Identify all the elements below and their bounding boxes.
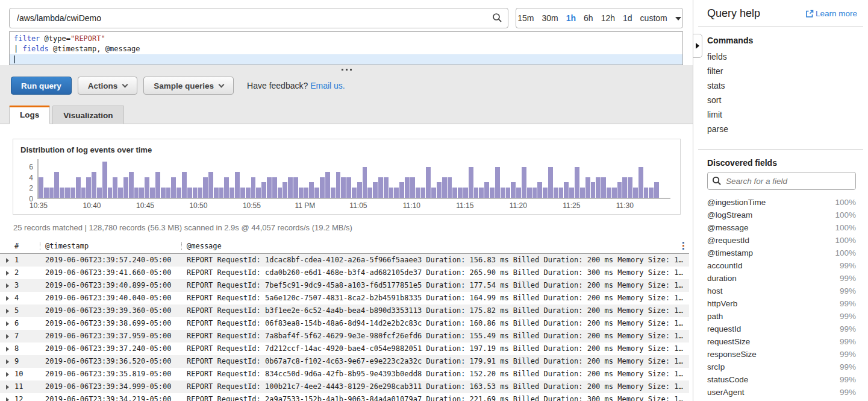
table-row[interactable]: 52019-06-06T23:39:39.360-05:00REPORT Req…: [0, 305, 689, 317]
histogram-bar[interactable]: [378, 177, 383, 198]
sample-queries-button[interactable]: Sample queries: [143, 77, 234, 95]
histogram-bar[interactable]: [431, 188, 436, 198]
histogram-bar[interactable]: [410, 177, 415, 198]
histogram-bar[interactable]: [591, 182, 596, 198]
column-grip-icon[interactable]: [40, 242, 40, 250]
histogram-bar[interactable]: [516, 188, 521, 198]
histogram-bar[interactable]: [134, 188, 139, 198]
histogram-bar[interactable]: [176, 188, 181, 198]
histogram-bar[interactable]: [86, 177, 91, 198]
histogram-bar[interactable]: [405, 177, 410, 198]
command-parse[interactable]: parse: [707, 122, 856, 136]
histogram-bar[interactable]: [65, 188, 70, 198]
histogram-bar[interactable]: [251, 177, 256, 198]
tab-logs[interactable]: Logs: [9, 106, 50, 124]
collapse-panel-button[interactable]: [693, 34, 702, 58]
histogram-bar[interactable]: [145, 177, 149, 198]
histogram-bar[interactable]: [118, 188, 123, 198]
histogram-bar[interactable]: [373, 182, 378, 198]
histogram-bar[interactable]: [272, 177, 277, 198]
time-range-custom[interactable]: custom: [640, 13, 667, 23]
histogram-bar[interactable]: [81, 188, 86, 198]
histogram-bar[interactable]: [314, 188, 319, 198]
histogram-bar[interactable]: [580, 188, 585, 198]
histogram-bar[interactable]: [394, 188, 399, 198]
time-range-1h[interactable]: 1h: [566, 13, 576, 23]
histogram-bar[interactable]: [548, 167, 553, 198]
histogram-bar[interactable]: [187, 188, 192, 198]
histogram-bar[interactable]: [161, 188, 166, 198]
histogram-bar[interactable]: [304, 188, 309, 198]
histogram-bar[interactable]: [363, 167, 367, 198]
field-row[interactable]: responseSize99%: [707, 348, 856, 361]
field-row[interactable]: accountId99%: [707, 259, 856, 272]
table-row[interactable]: 72019-06-06T23:39:37.959-05:00REPORT Req…: [0, 330, 689, 343]
expand-row-icon[interactable]: [6, 359, 9, 364]
histogram-bar[interactable]: [325, 172, 330, 198]
time-range-15m[interactable]: 15m: [517, 13, 534, 23]
command-filter[interactable]: filter: [707, 64, 856, 78]
histogram-bar[interactable]: [171, 177, 176, 198]
histogram-bar[interactable]: [352, 188, 357, 198]
field-row[interactable]: @ingestionTime100%: [707, 196, 856, 209]
histogram-bar[interactable]: [208, 172, 213, 198]
histogram-bar[interactable]: [331, 188, 336, 198]
histogram-bar[interactable]: [522, 167, 526, 198]
histogram-bar[interactable]: [437, 182, 442, 198]
command-fields[interactable]: fields: [707, 49, 856, 64]
histogram-bar[interactable]: [585, 177, 590, 198]
histogram-bar[interactable]: [639, 167, 643, 198]
query-line-1[interactable]: filter @type="REPORT": [10, 34, 682, 44]
histogram-bar[interactable]: [511, 182, 516, 198]
field-row[interactable]: statusCode99%: [707, 373, 856, 386]
table-row[interactable]: 42019-06-06T23:39:40.040-05:00REPORT Req…: [0, 292, 689, 305]
histogram-bar[interactable]: [261, 182, 266, 198]
histogram-bar[interactable]: [97, 188, 102, 198]
histogram-bar[interactable]: [357, 182, 362, 198]
histogram-bar[interactable]: [108, 188, 113, 198]
histogram-bar[interactable]: [278, 188, 283, 198]
expand-row-icon[interactable]: [6, 397, 9, 401]
histogram-bar[interactable]: [426, 167, 431, 198]
histogram-bar[interactable]: [474, 188, 479, 198]
histogram-bar[interactable]: [336, 172, 341, 198]
column-grip-icon[interactable]: [181, 242, 182, 250]
table-row[interactable]: 112019-06-06T23:39:34.999-05:00REPORT Re…: [0, 380, 689, 393]
histogram-bar[interactable]: [193, 188, 198, 198]
expand-row-icon[interactable]: [6, 372, 9, 377]
histogram-bar[interactable]: [442, 177, 447, 198]
histogram-bar[interactable]: [76, 177, 81, 198]
learn-more-link[interactable]: Learn more: [805, 9, 857, 18]
field-row[interactable]: @timestamp100%: [707, 247, 856, 259]
histogram-bar[interactable]: [267, 177, 272, 198]
histogram-bar[interactable]: [532, 188, 537, 198]
histogram-bar[interactable]: [527, 188, 532, 198]
table-row[interactable]: 102019-06-06T23:39:35.819-05:00REPORT Re…: [0, 368, 689, 380]
histogram-bar[interactable]: [559, 188, 564, 198]
column-header-index[interactable]: #: [0, 242, 40, 250]
histogram-bar[interactable]: [416, 188, 420, 198]
expand-row-icon[interactable]: [6, 309, 9, 314]
histogram-bar[interactable]: [224, 177, 229, 198]
column-header-message[interactable]: @message: [181, 242, 689, 250]
histogram-bar[interactable]: [155, 172, 160, 198]
histogram-bar[interactable]: [166, 188, 171, 198]
field-row[interactable]: @message100%: [707, 221, 856, 234]
field-row[interactable]: requestId99%: [707, 323, 856, 335]
histogram-bar[interactable]: [309, 182, 314, 198]
histogram-bar[interactable]: [543, 188, 548, 198]
histogram-bar[interactable]: [644, 188, 649, 198]
histogram-bar[interactable]: [654, 182, 659, 198]
histogram-bar[interactable]: [484, 182, 489, 198]
histogram-bar[interactable]: [490, 188, 495, 198]
histogram-bar[interactable]: [448, 177, 452, 198]
histogram-bar[interactable]: [240, 188, 245, 198]
histogram-bar[interactable]: [60, 188, 64, 198]
histogram-bar[interactable]: [44, 188, 49, 198]
histogram-bar[interactable]: [452, 188, 457, 198]
histogram-bar[interactable]: [506, 188, 511, 198]
histogram-bar[interactable]: [70, 188, 75, 198]
histogram-bar[interactable]: [596, 177, 601, 198]
histogram-bar[interactable]: [293, 177, 298, 198]
histogram-bar[interactable]: [219, 188, 224, 198]
